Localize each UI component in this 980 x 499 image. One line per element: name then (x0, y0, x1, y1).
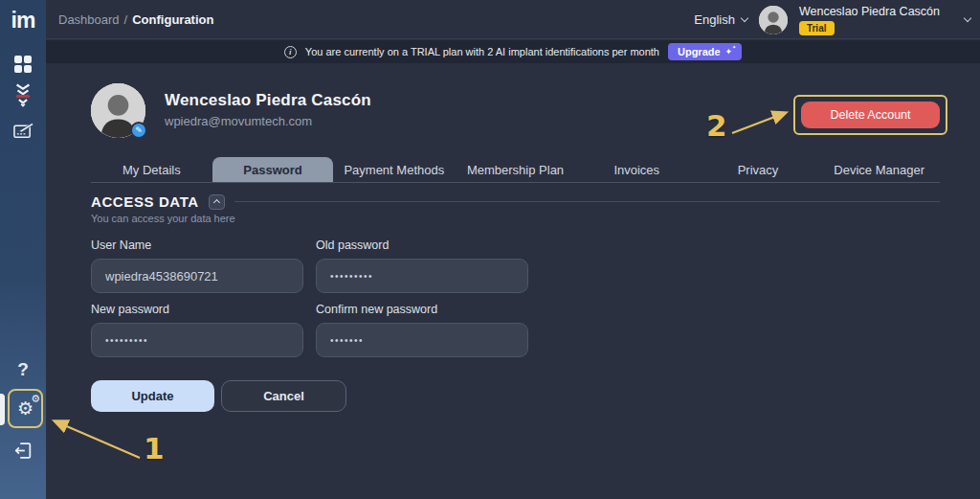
logout-glyph (12, 440, 33, 462)
tab-payment-methods[interactable]: Payment Methods (333, 157, 455, 182)
confirm-password-label: Confirm new password (316, 303, 528, 316)
update-button[interactable]: Update (91, 380, 214, 412)
cancel-button[interactable]: Cancel (221, 380, 346, 412)
new-password-field-group: New password (91, 303, 303, 357)
access-data-section: ACCESS DATA You can access your data her… (91, 193, 940, 224)
dashboard-grid-icon[interactable] (0, 56, 46, 73)
implant-icon[interactable] (0, 82, 46, 107)
pencil-icon: ✎ (135, 125, 143, 135)
profile-email: wpiedra@movumtech.com (165, 114, 371, 128)
collapse-section-button[interactable] (209, 194, 225, 210)
compose-mail-icon[interactable] (0, 121, 46, 141)
delete-account-button[interactable]: Delete Account (801, 102, 940, 128)
trial-banner-message: You are currently on a TRIAL plan with 2… (305, 46, 659, 57)
new-password-input[interactable] (91, 323, 303, 357)
username-input[interactable] (91, 259, 303, 293)
settings-tabs: My Details Password Payment Methods Memb… (91, 157, 940, 183)
tab-my-details[interactable]: My Details (91, 157, 212, 182)
username-label: User Name (91, 238, 303, 252)
new-password-label: New password (91, 303, 303, 316)
chevron-up-icon (213, 199, 220, 206)
breadcrumb: Dashboard / Configuration (58, 12, 213, 27)
tab-privacy[interactable]: Privacy (698, 157, 819, 182)
arrow-to-settings (56, 421, 140, 458)
user-menu-chevron-icon[interactable] (964, 14, 971, 22)
tab-invoices[interactable]: Invoices (576, 157, 698, 182)
upgrade-button[interactable]: Upgrade ✦ (668, 43, 742, 60)
question-glyph: ? (17, 359, 29, 380)
avatar-photo (759, 6, 788, 34)
section-divider (234, 201, 940, 202)
profile-header: ✎ Wenceslao Piedra Cascón wpiedra@movumt… (91, 83, 371, 138)
settings-gear-icon[interactable]: ⚙⚙ (17, 399, 33, 418)
old-password-label: Old password (316, 238, 528, 252)
app-logo[interactable]: im (0, 8, 46, 34)
password-form: User Name Old password New password Conf… (91, 238, 528, 357)
language-selector[interactable]: English (694, 12, 747, 27)
tab-membership-plan[interactable]: Membership Plan (455, 157, 576, 182)
form-actions: Update Cancel (91, 380, 346, 412)
username-field-group: User Name (91, 238, 303, 293)
breadcrumb-separator: / (124, 12, 128, 27)
configuration-page: im ? ⚙⚙ (0, 0, 980, 499)
sparkles-icon: ✦ (725, 47, 733, 57)
implant-glyph (12, 82, 33, 107)
mail-glyph (12, 121, 34, 141)
trial-banner: i You are currently on a TRIAL plan with… (46, 40, 980, 63)
language-label: English (694, 12, 735, 27)
info-icon: i (284, 46, 297, 58)
help-icon[interactable]: ? (0, 359, 46, 380)
confirm-password-input[interactable] (316, 323, 528, 357)
breadcrumb-section[interactable]: Dashboard (58, 12, 120, 27)
old-password-field-group: Old password (316, 238, 528, 293)
confirm-password-field-group: Confirm new password (316, 303, 528, 357)
annotation-step-2: 2 (706, 108, 727, 143)
header-right: English Wenceslao Piedra Cascón Trial (694, 0, 970, 39)
top-bar: Dashboard / Configuration English Wences… (46, 0, 980, 39)
arrow-to-delete-account (732, 113, 785, 133)
logout-icon[interactable] (0, 440, 46, 462)
profile-name: Wenceslao Piedra Cascón (165, 91, 371, 110)
header-user-name: Wenceslao Piedra Cascón (799, 5, 940, 18)
sidebar: im ? ⚙⚙ (0, 0, 46, 499)
user-menu[interactable]: Wenceslao Piedra Cascón Trial (799, 5, 940, 35)
tab-password[interactable]: Password (212, 157, 334, 182)
small-gear-glyph: ⚙ (31, 394, 40, 404)
settings-highlight-box: ⚙⚙ (8, 389, 43, 428)
section-subtitle: You can access your data here (91, 213, 940, 224)
drawer-handle[interactable] (0, 394, 5, 425)
tab-device-manager[interactable]: Device Manager (818, 157, 940, 182)
user-avatar[interactable] (759, 6, 788, 34)
chevron-down-icon (741, 14, 748, 22)
delete-account-highlight-box: Delete Account (793, 95, 947, 135)
edit-avatar-button[interactable]: ✎ (130, 122, 147, 139)
trial-badge: Trial (799, 21, 835, 35)
section-title: ACCESS DATA (91, 193, 199, 210)
breadcrumb-page: Configuration (132, 12, 213, 27)
grid-glyph (14, 56, 32, 73)
profile-avatar: ✎ (91, 83, 145, 138)
annotation-step-1: 1 (144, 431, 165, 465)
old-password-input[interactable] (316, 259, 528, 293)
